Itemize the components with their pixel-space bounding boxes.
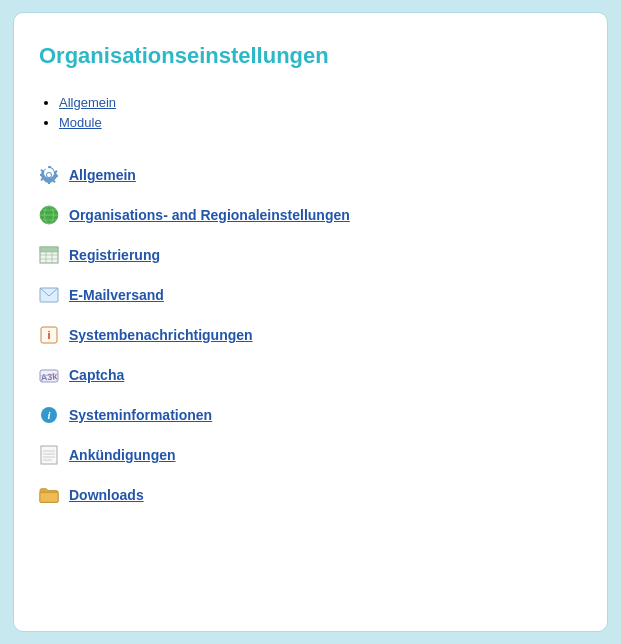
globe-icon bbox=[39, 205, 59, 225]
section-item-emailversand: E-Mailversand bbox=[39, 275, 582, 315]
section-link-systembenachrichtigungen[interactable]: Systembenachrichtigungen bbox=[69, 327, 253, 343]
email-icon bbox=[39, 285, 59, 305]
sections-list: Allgemein Organisations- and Regionalein… bbox=[39, 155, 582, 515]
section-link-downloads[interactable]: Downloads bbox=[69, 487, 144, 503]
svg-rect-19 bbox=[41, 446, 57, 464]
toc-link-allgemein[interactable]: Allgemein bbox=[59, 95, 116, 110]
table-of-contents: Allgemein Module bbox=[59, 94, 582, 130]
notification-icon: i bbox=[39, 325, 59, 345]
section-item-captcha: A3k Captcha bbox=[39, 355, 582, 395]
section-item-organisations: Organisations- and Regionaleinstellungen bbox=[39, 195, 582, 235]
page-title: Organisationseinstellungen bbox=[39, 43, 582, 69]
section-item-systeminformationen: i Systeminformationen bbox=[39, 395, 582, 435]
svg-rect-6 bbox=[40, 247, 58, 252]
registration-icon bbox=[39, 245, 59, 265]
toc-item-allgemein[interactable]: Allgemein bbox=[59, 94, 582, 110]
section-link-emailversand[interactable]: E-Mailversand bbox=[69, 287, 164, 303]
toc-item-module[interactable]: Module bbox=[59, 114, 582, 130]
section-link-ankuendigungen[interactable]: Ankündigungen bbox=[69, 447, 176, 463]
section-item-allgemein: Allgemein bbox=[39, 155, 582, 195]
section-link-systeminformationen[interactable]: Systeminformationen bbox=[69, 407, 212, 423]
section-item-downloads: Downloads bbox=[39, 475, 582, 515]
section-item-ankuendigungen: Ankündigungen bbox=[39, 435, 582, 475]
toc-link-module[interactable]: Module bbox=[59, 115, 102, 130]
document-icon bbox=[39, 445, 59, 465]
gear-icon bbox=[39, 165, 59, 185]
svg-rect-24 bbox=[40, 492, 58, 502]
svg-text:A3k: A3k bbox=[40, 371, 58, 382]
section-link-captcha[interactable]: Captcha bbox=[69, 367, 124, 383]
section-link-organisations[interactable]: Organisations- and Regionaleinstellungen bbox=[69, 207, 350, 223]
main-card: Organisationseinstellungen Allgemein Mod… bbox=[13, 12, 608, 632]
section-link-registrierung[interactable]: Registrierung bbox=[69, 247, 160, 263]
section-item-registrierung: Registrierung bbox=[39, 235, 582, 275]
section-link-allgemein[interactable]: Allgemein bbox=[69, 167, 136, 183]
folder-icon bbox=[39, 485, 59, 505]
svg-text:i: i bbox=[47, 329, 50, 341]
section-item-systembenachrichtigungen: i Systembenachrichtigungen bbox=[39, 315, 582, 355]
info-icon: i bbox=[39, 405, 59, 425]
captcha-icon: A3k bbox=[39, 365, 59, 385]
